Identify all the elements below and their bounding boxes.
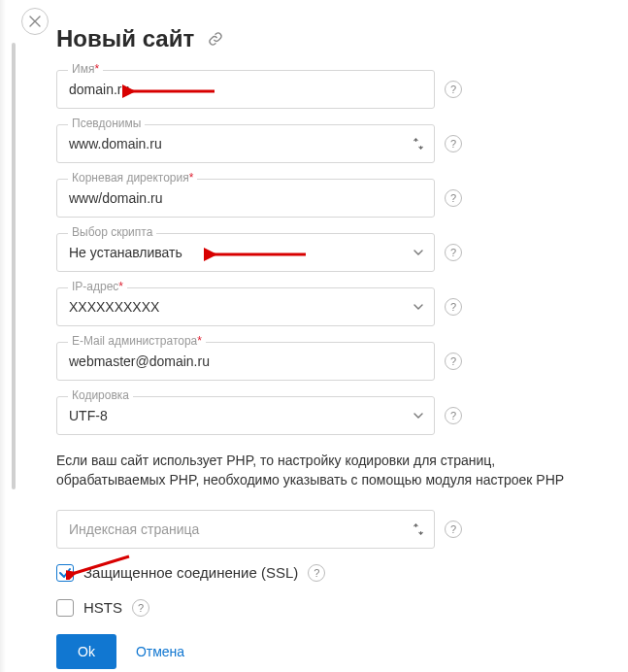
- name-value: domain.ru: [69, 82, 129, 97]
- page-title: Новый сайт: [56, 25, 194, 52]
- ssl-checkbox[interactable]: [56, 564, 74, 582]
- chevron-down-icon: [413, 410, 424, 421]
- field-label-aliases: Псевдонимы: [68, 117, 145, 130]
- ip-value: XXXXXXXXXX: [69, 299, 159, 315]
- check-icon: [58, 566, 72, 580]
- help-icon-root[interactable]: ?: [445, 189, 462, 207]
- field-label-email: E-Mail администратора*: [68, 334, 206, 348]
- email-input[interactable]: webmaster@domain.ru: [56, 342, 435, 381]
- info-text: Если ваш сайт использует PHP, то настрой…: [56, 451, 600, 490]
- help-icon-aliases[interactable]: ?: [445, 135, 462, 152]
- script-select[interactable]: Не устанавливать: [56, 233, 435, 272]
- index-input[interactable]: Индексная страница: [56, 510, 435, 549]
- permalink-icon[interactable]: [208, 31, 223, 47]
- sort-icon[interactable]: [413, 138, 424, 150]
- charset-value: UTF-8: [69, 408, 108, 423]
- hsts-checkbox[interactable]: [56, 599, 74, 617]
- help-icon-ip[interactable]: ?: [445, 298, 462, 316]
- scrollbar-track[interactable]: [12, 43, 16, 668]
- close-button[interactable]: [21, 8, 49, 35]
- root-input[interactable]: www/domain.ru: [56, 179, 435, 218]
- charset-select[interactable]: UTF-8: [56, 396, 435, 435]
- chevron-down-icon: [413, 301, 424, 313]
- aliases-input[interactable]: www.domain.ru: [56, 124, 435, 163]
- help-icon-charset[interactable]: ?: [445, 407, 462, 424]
- help-icon-name[interactable]: ?: [445, 81, 462, 98]
- index-placeholder: Индексная страница: [69, 521, 199, 537]
- scrollbar-thumb[interactable]: [12, 43, 16, 489]
- script-value: Не устанавливать: [69, 245, 182, 260]
- ssl-label: Защищенное соединение (SSL): [83, 564, 298, 581]
- cancel-button[interactable]: Отмена: [136, 644, 184, 659]
- root-value: www/domain.ru: [69, 190, 162, 206]
- name-input[interactable]: domain.ru: [56, 70, 435, 109]
- field-label-root: Корневая директория*: [68, 171, 197, 185]
- field-label-charset: Кодировка: [68, 388, 133, 402]
- chevron-down-icon: [413, 247, 424, 258]
- sort-icon[interactable]: [413, 523, 424, 535]
- field-label-script: Выбор скрипта: [68, 225, 156, 239]
- help-icon-ssl[interactable]: ?: [308, 564, 325, 582]
- help-icon-script[interactable]: ?: [445, 244, 462, 261]
- email-value: webmaster@domain.ru: [69, 353, 210, 369]
- help-icon-hsts[interactable]: ?: [132, 599, 149, 617]
- aliases-value: www.domain.ru: [69, 136, 162, 151]
- help-icon-index[interactable]: ?: [445, 521, 462, 538]
- hsts-label: HSTS: [83, 599, 122, 616]
- field-label-ip: IP-адрес*: [68, 280, 127, 293]
- ok-button[interactable]: Ok: [56, 634, 116, 669]
- field-label-name: Имя*: [68, 62, 103, 76]
- help-icon-email[interactable]: ?: [445, 353, 462, 370]
- close-icon: [29, 16, 41, 27]
- ip-select[interactable]: XXXXXXXXXX: [56, 287, 435, 326]
